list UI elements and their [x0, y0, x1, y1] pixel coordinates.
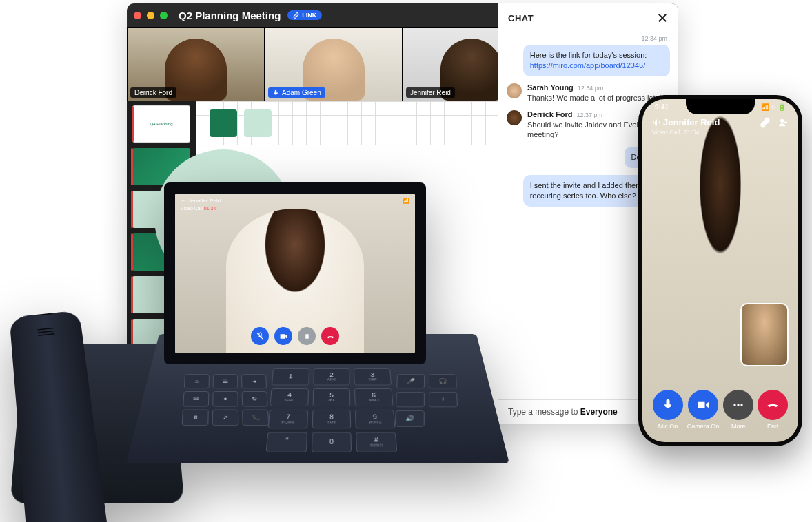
desk-phone-device: ⌂ ☰ ◂ ✉ ● ↻ ⏸ ↗ 📞 1 2ABC 3DEF 4GHI 5JKL …: [11, 169, 480, 499]
call-duration: Video Call 01:54: [652, 129, 720, 136]
dialpad-key[interactable]: ↗: [212, 410, 239, 426]
dialpad-key[interactable]: 7PQRS: [268, 410, 308, 428]
deskphone-call-meta: Video Call 01:34: [181, 206, 216, 211]
dialpad-key[interactable]: ●: [212, 391, 238, 406]
end-label: End: [767, 423, 778, 430]
mic-icon: [661, 398, 675, 412]
dialpad-key[interactable]: 8TUV: [312, 410, 351, 428]
close-icon: [656, 12, 669, 24]
end-call-button[interactable]: [758, 390, 788, 420]
participant-name-badge: Derrick Ford: [130, 87, 176, 98]
status-time: 9:41: [655, 103, 669, 111]
deskphone-screen[interactable]: ← Jennifer Reid 📶 Video Call 01:34: [175, 194, 415, 353]
mic-control[interactable]: Mic On: [653, 390, 683, 430]
link-pill-label: LINK: [302, 12, 316, 19]
svg-rect-20: [659, 121, 660, 123]
vol-down-key[interactable]: −: [396, 392, 425, 407]
dialpad-key[interactable]: 9WXYZ: [355, 410, 395, 428]
deskphone-mute-button[interactable]: [251, 327, 269, 345]
dialpad-key[interactable]: *.: [266, 432, 307, 452]
signal-icon: 📶: [403, 198, 409, 204]
dialpad-key[interactable]: ✉: [183, 391, 209, 406]
more-control[interactable]: More: [723, 390, 753, 430]
dialpad-key[interactable]: 📞: [242, 410, 269, 426]
headset-key[interactable]: 🎧: [429, 374, 457, 388]
chat-title: CHAT: [508, 13, 534, 23]
self-video-pip[interactable]: [740, 303, 789, 366]
chat-link[interactable]: https://miro.com/app/board/12345/: [530, 61, 646, 70]
camera-icon: [696, 398, 710, 412]
deskphone-call-controls: [251, 327, 339, 345]
dialpad-key[interactable]: ⌂: [184, 374, 210, 388]
dialpad-key[interactable]: ◂: [241, 374, 267, 388]
signal-icon: 📶: [761, 103, 769, 111]
end-control[interactable]: End: [758, 390, 788, 430]
end-call-icon: [766, 398, 780, 412]
chat-timestamp: 12:34 pm: [507, 35, 670, 42]
dialpad-key[interactable]: ☰: [213, 374, 238, 388]
chat-sender-name: Derrick Ford: [527, 110, 572, 118]
camera-label: Camera On: [687, 423, 720, 430]
meeting-link-pill[interactable]: LINK: [287, 10, 322, 20]
svg-rect-17: [655, 121, 656, 125]
dialpad-key[interactable]: 5JKL: [312, 388, 351, 406]
vol-up-key[interactable]: +: [429, 392, 458, 407]
dialpad-key[interactable]: 6MNO: [354, 388, 393, 406]
more-button[interactable]: [723, 390, 753, 420]
chat-time: 12:34 pm: [578, 85, 604, 92]
chat-sender-name: Sarah Young: [527, 83, 574, 92]
chat-close-button[interactable]: [656, 12, 669, 24]
deskphone-hold-button[interactable]: [298, 327, 316, 345]
more-label: More: [731, 423, 746, 430]
video-tile[interactable]: Derrick Ford: [127, 27, 265, 101]
chat-time: 12:37 pm: [576, 112, 602, 118]
svg-rect-18: [656, 119, 657, 125]
dialpad-key[interactable]: 1: [272, 368, 309, 385]
video-tile[interactable]: Adam Green: [265, 27, 403, 101]
link-icon[interactable]: [760, 117, 771, 128]
slide-thumbnail[interactable]: Q4 Planning: [132, 105, 190, 143]
window-maximize-button[interactable]: [160, 12, 168, 19]
participant-name-badge-speaking: Adam Green: [268, 87, 325, 98]
chat-message-incoming: Sarah Young12:34 pm Thanks! We made a lo…: [507, 83, 670, 103]
window-traffic-lights[interactable]: [134, 12, 168, 19]
dialpad-key[interactable]: ⏸: [182, 410, 209, 426]
dialpad-key[interactable]: #SEND: [356, 432, 397, 452]
camera-control[interactable]: Camera On: [687, 390, 720, 430]
wifi-icon: 􀙇: [772, 103, 775, 111]
svg-rect-16: [653, 121, 654, 123]
deskphone-end-button[interactable]: [321, 327, 339, 345]
svg-rect-15: [307, 334, 309, 339]
window-minimize-button[interactable]: [147, 12, 154, 19]
dialpad-key[interactable]: 3DEF: [354, 368, 392, 385]
add-participant-icon[interactable]: [778, 117, 789, 128]
call-controls: Mic On Camera On More End: [642, 390, 798, 430]
camera-button[interactable]: [688, 390, 718, 420]
svg-point-22: [734, 404, 736, 406]
caller-name: Jennifer Reid: [652, 117, 720, 127]
mic-button[interactable]: [653, 390, 683, 420]
mute-key[interactable]: 🎤: [396, 374, 425, 388]
dialpad-key[interactable]: 4GHI: [270, 388, 308, 406]
svg-rect-19: [658, 121, 658, 125]
more-icon: [731, 398, 745, 412]
window-close-button[interactable]: [134, 12, 141, 19]
mic-label: Mic On: [658, 423, 678, 430]
dialpad-key[interactable]: 2ABC: [313, 368, 350, 385]
audio-wave-icon: [652, 118, 660, 127]
deskphone-screen-bezel: ← Jennifer Reid 📶 Video Call 01:34: [164, 182, 426, 364]
dialpad-key[interactable]: 0: [311, 432, 352, 452]
avatar: [507, 110, 522, 125]
back-icon[interactable]: ←: [181, 198, 186, 204]
speaker-key[interactable]: 🔊: [395, 410, 425, 427]
svg-rect-14: [305, 334, 307, 339]
battery-icon: 🔋: [778, 103, 786, 111]
svg-point-21: [781, 119, 784, 122]
dialpad: 1 2ABC 3DEF 4GHI 5JKL 6MNO 7PQRS 8TUV 9W…: [266, 368, 398, 452]
mic-icon: [272, 90, 279, 96]
meeting-title: Q2 Planning Meeting: [179, 10, 281, 21]
avatar: [507, 83, 522, 98]
dialpad-key[interactable]: ↻: [242, 391, 268, 406]
deskphone-video-button[interactable]: [274, 327, 292, 345]
smartphone-screen[interactable]: 9:41 📶 􀙇 🔋 Jennifer Reid Video Call 01:5…: [642, 99, 798, 442]
